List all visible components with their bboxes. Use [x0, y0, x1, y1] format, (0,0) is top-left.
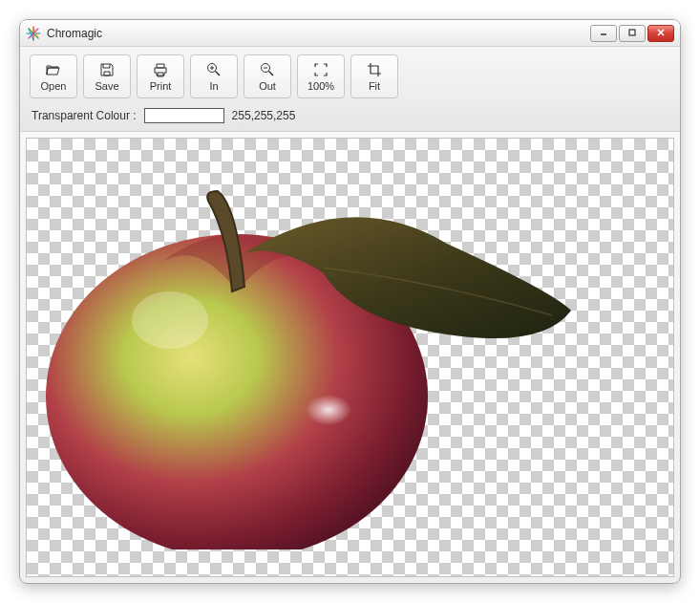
toolbar: Open Save Print In Out — [20, 47, 680, 104]
zoom-100-button[interactable]: 100% — [297, 54, 345, 98]
save-label: Save — [95, 81, 118, 92]
expand-corners-icon — [312, 61, 329, 78]
transparent-colour-bar: Transparent Colour : 255,255,255 — [20, 104, 680, 132]
maximize-button[interactable] — [619, 25, 646, 42]
svg-point-17 — [132, 291, 208, 349]
transparent-colour-value: 255,255,255 — [232, 109, 296, 122]
open-button[interactable]: Open — [30, 54, 77, 98]
folder-open-icon — [45, 61, 62, 78]
chromagic-logo-icon — [26, 26, 41, 41]
zoom-out-button[interactable]: Out — [244, 54, 291, 98]
magnifier-minus-icon — [259, 61, 276, 78]
zoom-in-label: In — [209, 81, 218, 92]
window-controls — [590, 25, 674, 42]
svg-line-13 — [269, 72, 274, 76]
floppy-disk-icon — [98, 61, 116, 78]
titlebar[interactable]: Chromagic — [20, 20, 680, 47]
app-window: Chromagic Open — [19, 19, 681, 584]
canvas-image — [36, 148, 590, 549]
zoom-in-button[interactable]: In — [190, 54, 238, 98]
maximize-icon — [627, 26, 637, 40]
print-button[interactable]: Print — [137, 54, 184, 98]
svg-rect-7 — [629, 30, 635, 35]
minimize-icon — [599, 26, 608, 40]
fit-button[interactable]: Fit — [350, 54, 398, 98]
save-button[interactable]: Save — [83, 54, 131, 98]
image-canvas[interactable] — [26, 138, 674, 577]
print-label: Print — [150, 81, 172, 92]
magnifier-plus-icon — [205, 61, 223, 78]
open-label: Open — [41, 81, 67, 92]
crop-icon — [366, 61, 383, 78]
fit-label: Fit — [369, 81, 380, 92]
printer-icon — [152, 61, 169, 78]
zoom-100-label: 100% — [308, 81, 334, 92]
svg-point-16 — [265, 368, 380, 444]
transparent-colour-label: Transparent Colour : — [32, 109, 137, 122]
window-title: Chromagic — [47, 27, 102, 40]
minimize-button[interactable] — [590, 25, 617, 42]
svg-line-9 — [216, 72, 221, 76]
close-button[interactable] — [647, 25, 674, 42]
close-icon — [656, 26, 666, 40]
transparent-colour-swatch[interactable] — [144, 108, 224, 123]
zoom-out-label: Out — [259, 81, 276, 92]
